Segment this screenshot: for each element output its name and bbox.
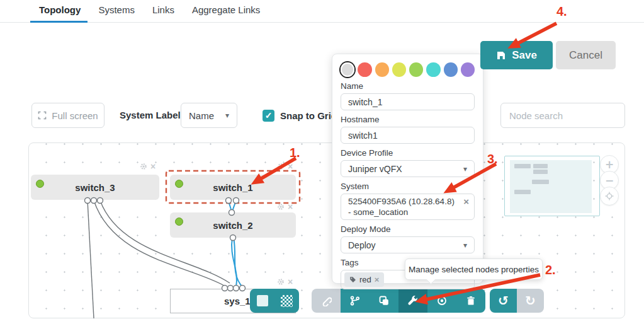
cancel-label: Cancel [569,49,602,62]
color-swatch-red[interactable] [358,62,371,77]
delete-tool-button[interactable] [456,289,485,313]
gear-icon[interactable] [277,278,285,286]
color-swatch-orange[interactable] [375,62,389,77]
tab-systems[interactable]: Systems [89,0,144,23]
color-swatch-blue[interactable] [444,62,458,77]
topology-editor: Topology Systems Links Aggregate Links S… [0,0,644,319]
remove-tag-icon[interactable]: × [375,275,380,284]
status-dot [175,180,183,188]
target-tool-button[interactable] [427,289,456,313]
snap-to-grid-control: ✓ Snap to Grid [263,103,337,128]
deploy-mode-dropdown[interactable]: Deploy ▾ [341,236,475,253]
copy-icon [378,295,390,306]
node-switch-2[interactable]: switch_2 [170,212,296,238]
solid-square-icon [257,295,268,306]
trash-icon [465,295,477,306]
hostname-field-label: Hostname [341,115,475,124]
link-icon [320,295,332,306]
tab-aggregate-links[interactable]: Aggregate Links [183,0,269,23]
name-field-label: Name [341,81,475,91]
pattern-square-tool-button[interactable] [274,289,299,313]
chevron-down-icon: ▾ [463,165,467,173]
system-label-dropdown-value: Name [189,110,214,121]
minimap-node [533,170,548,174]
close-icon[interactable]: × [288,203,293,211]
minus-icon: − [605,174,614,187]
device-profile-label: Device Profile [341,148,475,158]
chevron-down-icon: ▾ [225,111,229,120]
solid-square-tool-button[interactable] [250,289,274,313]
gear-icon[interactable] [277,203,285,211]
undo-icon: ↺ [498,294,509,307]
annotation-label-3: 3. [487,152,498,166]
close-icon[interactable]: × [288,278,293,286]
gear-icon[interactable] [140,163,147,170]
manage-properties-button[interactable] [398,289,427,313]
color-swatch-gray[interactable] [341,62,354,77]
device-profile-value: Juniper vQFX [348,164,402,174]
center-view-button[interactable] [600,187,619,206]
branch-icon [349,295,361,306]
node-properties-panel: Name Hostname Device Profile Juniper vQF… [332,54,483,284]
color-swatches [341,62,475,77]
full-screen-button[interactable]: Full screen [31,103,105,128]
crosshair-icon [605,192,614,200]
color-swatch-yellow[interactable] [392,62,406,77]
active-tab-indicator [30,21,88,23]
close-icon[interactable]: × [288,163,293,170]
check-icon: ✓ [265,110,273,120]
tab-links[interactable]: Links [144,0,183,23]
full-screen-label: Full screen [52,110,98,121]
node-switch-3[interactable]: switch_3 [31,175,159,200]
hostname-field[interactable] [341,127,475,144]
device-profile-dropdown[interactable]: Juniper vQFX ▾ [341,160,475,177]
minimap-node [533,164,548,168]
node-sys-1-controls: × [277,278,293,286]
node-tools-group [312,289,485,313]
chevron-down-icon: ▾ [463,241,467,250]
tag-icon [349,276,356,283]
system-value: 525400F935A6 (10.28.64.8) - some_locatio… [348,197,455,217]
redo-button[interactable]: ↻ [517,289,544,313]
node-label: switch_1 [213,182,252,193]
target-icon [436,295,448,306]
duplicate-tool-button[interactable] [370,289,398,313]
cancel-button[interactable]: Cancel [556,41,616,69]
annotation-label-1: 1. [290,146,300,160]
tab-topology[interactable]: Topology [30,0,89,23]
name-field[interactable] [341,93,475,110]
minimap-node [532,180,549,184]
annotation-label-4: 4. [556,4,567,19]
gear-icon[interactable] [277,163,285,170]
save-button[interactable]: Save [480,41,553,69]
pattern-square-icon [281,295,293,307]
plus-icon: + [605,158,614,171]
wrench-icon [407,295,419,306]
system-field[interactable]: 525400F935A6 (10.28.64.8) - some_locatio… [341,194,475,220]
node-switch-1-controls: × [277,163,293,170]
tag-label: red [359,275,371,284]
minimap-node [514,164,531,168]
color-swatch-cyan[interactable] [426,62,440,77]
node-switch-3-controls: × [140,163,155,170]
node-label: sys_1 [224,296,251,306]
node-label: switch_3 [75,182,115,193]
node-switch-2-controls: × [277,203,293,211]
status-dot [36,180,44,188]
color-swatch-green[interactable] [409,62,423,77]
link-tool-button[interactable] [312,289,341,313]
remove-system-icon[interactable]: × [463,197,469,206]
save-label: Save [512,49,537,62]
node-search-input[interactable] [509,110,635,121]
minimap-node [514,190,531,194]
shape-tools-group [250,289,299,313]
branch-tool-button[interactable] [341,289,370,313]
annotation-label-2: 2. [545,263,556,277]
history-group: ↺ ↻ [490,289,544,313]
system-label-dropdown[interactable]: Name ▾ [181,103,237,128]
color-swatch-purple[interactable] [461,62,475,77]
close-icon[interactable]: × [150,163,155,170]
snap-to-grid-checkbox[interactable]: ✓ [263,110,274,122]
undo-button[interactable]: ↺ [490,289,517,313]
node-switch-1[interactable]: switch_1 [170,175,296,200]
